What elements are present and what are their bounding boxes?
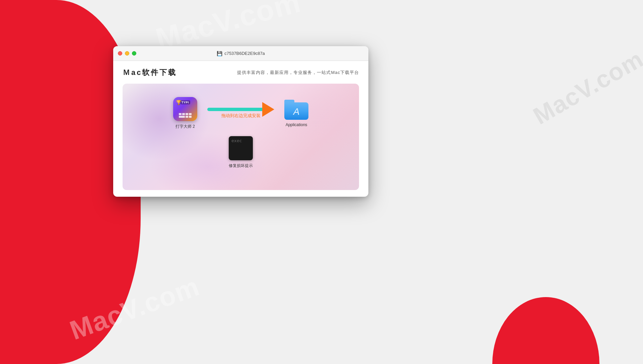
key-3 (186, 113, 188, 115)
key-4 (189, 113, 192, 115)
app-icon-label: TYPI (180, 100, 190, 104)
minimize-button[interactable] (125, 51, 129, 56)
folder-icon: A (284, 100, 308, 120)
brand-title: Ｍac软件下载 (123, 68, 177, 78)
exec-icon: exec (229, 136, 253, 160)
applications-label: Applications (286, 122, 307, 127)
drag-row: 🏆 TYPI 打字大师 2 (123, 84, 359, 136)
key-2 (182, 113, 185, 115)
folder-body: A (284, 102, 308, 120)
key-6 (186, 116, 188, 118)
traffic-lights (118, 51, 136, 56)
window-body: Ｍac软件下载 提供丰富内容，最新应用，专业服务，一站式Mac下载平台 🏆 TY… (113, 61, 368, 197)
window-title: 💾 c7537B6DE2E9c87a (217, 51, 265, 56)
window-header: Ｍac软件下载 提供丰富内容，最新应用，专业服务，一站式Mac下载平台 (123, 68, 359, 78)
close-button[interactable] (118, 51, 122, 56)
title-label: c7537B6DE2E9c87a (224, 51, 265, 56)
key-7 (189, 116, 192, 118)
folder-a-icon: A (293, 106, 300, 117)
install-area: 🏆 TYPI 打字大师 2 (123, 84, 359, 190)
exec-row: exec 修复损坏提示 (123, 136, 359, 179)
brand-subtitle: 提供丰富内容，最新应用，专业服务，一站式Mac下载平台 (237, 70, 359, 76)
drag-arrow (207, 108, 274, 111)
key-1 (179, 113, 182, 115)
exec-icon-text: exec (231, 138, 242, 143)
keyboard-icon (179, 113, 192, 118)
arrow-line (207, 108, 274, 111)
app-icon-wrap: 🏆 TYPI 打字大师 2 (173, 97, 197, 129)
titlebar: 💾 c7537B6DE2E9c87a (113, 46, 368, 61)
app-icon: 🏆 TYPI (173, 97, 197, 121)
exec-label: 修复损坏提示 (229, 163, 253, 169)
maximize-button[interactable] (132, 51, 136, 56)
title-icon: 💾 (217, 51, 222, 56)
applications-folder-wrap: A Applications (284, 100, 308, 127)
key-5 (179, 116, 185, 118)
exec-wrap: exec 修复损坏提示 (229, 136, 253, 169)
arrow-head (262, 102, 274, 117)
app-name: 打字大师 2 (175, 124, 195, 129)
arrow-teal (207, 108, 264, 111)
drag-instruction: 拖动到右边完成安装 (221, 113, 261, 119)
macos-window: 💾 c7537B6DE2E9c87a Ｍac软件下载 提供丰富内容，最新应用，专… (113, 46, 368, 197)
